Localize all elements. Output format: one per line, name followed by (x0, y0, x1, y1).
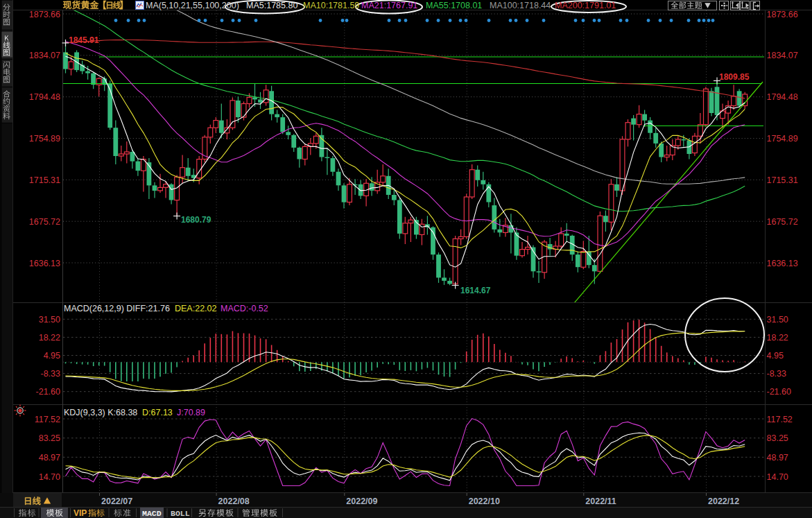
svg-text:J:70.89: J:70.89 (177, 408, 205, 417)
svg-text:1614.67: 1614.67 (460, 286, 491, 295)
svg-text:1715.31: 1715.31 (767, 175, 798, 185)
svg-text:1794.48: 1794.48 (767, 92, 798, 102)
svg-text:MA100:1718.44: MA100:1718.44 (490, 1, 551, 10)
svg-text:18.22: 18.22 (39, 333, 60, 343)
svg-text:117.52: 117.52 (767, 415, 793, 424)
svg-text:MA10:1781.59: MA10:1781.59 (303, 1, 359, 10)
svg-text:31.50: 31.50 (39, 315, 60, 325)
svg-text:DEA:22.02: DEA:22.02 (175, 304, 217, 313)
svg-text:2022/10: 2022/10 (469, 497, 500, 506)
svg-text:2022/11: 2022/11 (585, 497, 616, 506)
svg-text:2022/12: 2022/12 (708, 497, 739, 506)
svg-text:4.95: 4.95 (44, 351, 60, 361)
svg-text:-21.60: -21.60 (36, 387, 60, 397)
svg-text:MA55:1708.01: MA55:1708.01 (426, 1, 482, 10)
svg-text:2022/07: 2022/07 (101, 497, 132, 506)
svg-text:-8.33: -8.33 (41, 369, 61, 379)
svg-text:14.70: 14.70 (767, 472, 788, 482)
svg-text:1636.13: 1636.13 (767, 259, 798, 268)
svg-text:1715.31: 1715.31 (29, 175, 60, 185)
svg-text:-21.60: -21.60 (767, 387, 791, 397)
svg-text:14.70: 14.70 (39, 472, 60, 482)
svg-text:2022/09: 2022/09 (346, 497, 377, 506)
svg-text:1845.91: 1845.91 (69, 35, 99, 45)
svg-text:BOLL: BOLL (171, 509, 190, 518)
svg-text:-8.33: -8.33 (767, 369, 787, 379)
svg-text:1873.66: 1873.66 (29, 10, 60, 19)
svg-text:KDJ(9,3,3) K:68.38: KDJ(9,3,3) K:68.38 (64, 408, 137, 417)
svg-text:MA5:1785.80: MA5:1785.80 (246, 1, 297, 10)
svg-text:1675.72: 1675.72 (767, 217, 798, 227)
svg-text:VIP: VIP (74, 508, 87, 518)
svg-text:48.97: 48.97 (39, 453, 60, 463)
svg-text:MA21:1767.91: MA21:1767.91 (361, 1, 417, 10)
svg-text:MACD(26,12,9) DIFF:21.76: MACD(26,12,9) DIFF:21.76 (64, 304, 170, 313)
svg-text:MACD:-0.52: MACD:-0.52 (221, 304, 268, 313)
svg-text:117.52: 117.52 (35, 415, 60, 424)
svg-text:48.97: 48.97 (767, 453, 788, 463)
svg-text:1754.89: 1754.89 (29, 134, 60, 144)
svg-text:MACD: MACD (142, 509, 162, 518)
svg-text:2022/08: 2022/08 (218, 497, 250, 506)
svg-text:18.22: 18.22 (767, 333, 788, 343)
svg-text:1636.13: 1636.13 (29, 259, 60, 268)
svg-text:1754.89: 1754.89 (767, 134, 798, 144)
svg-text:1809.85: 1809.85 (719, 72, 750, 82)
svg-text:D:67.13: D:67.13 (142, 408, 173, 417)
svg-text:83.25: 83.25 (39, 433, 60, 443)
svg-text:1680.79: 1680.79 (181, 215, 211, 225)
svg-text:MA(5,10,21,55,100,200): MA(5,10,21,55,100,200) (146, 1, 239, 10)
svg-text:1873.66: 1873.66 (767, 10, 798, 19)
svg-text:MA200:1791.01: MA200:1791.01 (555, 1, 616, 10)
svg-text:31.50: 31.50 (767, 315, 788, 325)
svg-text:4.95: 4.95 (767, 351, 784, 361)
svg-text:1675.72: 1675.72 (29, 217, 60, 227)
svg-text:83.25: 83.25 (767, 433, 788, 443)
svg-text:1834.07: 1834.07 (29, 51, 60, 60)
svg-text:1794.48: 1794.48 (29, 92, 60, 102)
svg-text:1834.07: 1834.07 (767, 51, 798, 60)
